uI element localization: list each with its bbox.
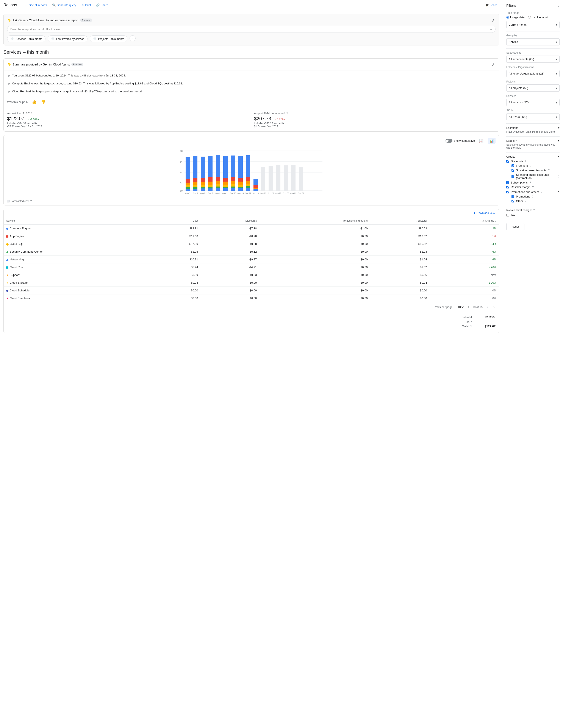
reset-button[interactable]: Reset [506,223,524,230]
promotions-sub-checkbox[interactable]: Promotions ? [512,195,560,198]
labels-row[interactable]: Labels ? ▾ [506,139,560,142]
cumulative-toggle[interactable]: Show cumulative [446,139,475,143]
forecasted-help-icon[interactable]: ? [30,199,32,203]
group-by-select[interactable]: Service [506,38,560,45]
forecast-stats: August 2024 (forecasted) ? $207.73 ↑ 0.7… [249,112,496,128]
bar-chart-button[interactable]: 📊 [488,138,496,144]
current-month-select[interactable]: Current month [506,21,560,28]
x-label-1: Aug 1 [185,192,190,194]
prev-page-button[interactable]: ‹ [486,304,489,310]
y-label-6: $6 [180,161,183,163]
print-button[interactable]: 🖨 Print [79,2,93,8]
credits-label: Credits [506,155,515,158]
next-page-button[interactable]: › [493,304,496,310]
table-row: Networking $10.91 -$9.27 $0.00 $1.64 ↓6% [4,256,499,263]
services-select[interactable]: All services (47) [506,99,560,106]
chips-next-button[interactable]: › [129,35,135,41]
locations-row[interactable]: Locations ▾ [506,126,560,129]
skus-wrapper: All SKUs (408) ▾ [506,113,560,120]
subscriptions-help-icon[interactable]: ? [529,181,531,184]
summary-preview-badge: Preview [71,63,83,66]
chip-services-month[interactable]: ☁️ Services – this month [7,35,45,42]
subscriptions-checkbox[interactable]: Subscriptions ? [506,181,560,184]
toggle-switch[interactable] [446,139,452,143]
locations-expand-icon: ▾ [558,126,560,129]
cell-discounts-8: $0.00 [200,287,259,294]
cloud-icon: ☁️ [10,37,14,41]
section-title: Services – this month [3,49,499,55]
credits-header[interactable]: Credits ∧ [506,155,560,158]
cell-subtotal-9: $0.00 [370,294,430,302]
free-tiers-help-icon[interactable]: ? [530,164,531,167]
invoice-month-radio[interactable]: Invoice month [528,16,549,19]
reseller-help-icon[interactable]: ? [532,185,534,189]
bar-forecast-1 [261,167,265,191]
spending-checkbox[interactable]: Spending based discounts (contractual) ? [512,173,560,180]
time-range-label: Time range [506,11,560,14]
cell-change-6: New [430,271,499,279]
thumbs-up-button[interactable]: 👍 [31,99,37,105]
cell-discounts-9: $0.00 [200,294,259,302]
projects-select[interactable]: All projects (55) [506,84,560,92]
col-subtotal[interactable]: ↓ Subtotal [370,217,430,225]
sustained-checkbox[interactable]: Sustained use discounts ? [512,169,560,172]
discounts-checkbox[interactable]: Discounts ? [506,160,560,163]
promotions-sub-help-icon[interactable]: ? [532,195,533,198]
forecast-change: ↑ 0.75% [274,118,285,121]
gemini-collapse-button[interactable]: ∧ [491,17,496,23]
generate-query-button[interactable]: 🔍 Generate query [50,2,78,8]
thumbs-down-button[interactable]: 👎 [40,99,47,105]
x-label-12: Aug 23 [268,192,274,194]
cell-promotions-0: -$1.00 [259,225,370,232]
other-checkbox[interactable]: Other ? [512,199,560,203]
total-label: Total ? [462,325,472,328]
spending-help-icon[interactable]: ? [558,175,560,178]
skus-select[interactable]: All SKUs (408) [506,113,560,120]
folders-label: Folders & Organizations [506,66,560,69]
chip-last-invoice[interactable]: ☁️ Last invoice by service [48,35,87,42]
tax-help-icon[interactable]: ? [470,320,472,323]
share-button[interactable]: 🔗 Share [94,2,110,8]
forecast-help-icon[interactable]: ? [286,112,288,115]
x-label-2: Aug 3 [193,192,198,194]
filter-group-by: Group by Service ▾ [506,34,560,45]
reseller-checkbox[interactable]: Reseller margin ? [506,185,560,189]
cell-service-8: Cloud Scheduler [4,287,152,294]
usage-date-radio[interactable]: Usage date [506,16,525,19]
sustained-help-icon[interactable]: ? [548,169,550,172]
free-tiers-checkbox[interactable]: Free tiers ? [512,164,560,167]
cell-cost-6: $0.59 [152,271,201,279]
cell-discounts-2: -$0.88 [200,240,259,248]
y-label-0: $0 [180,190,183,192]
bar-green-3 [201,187,205,188]
other-help-icon[interactable]: ? [525,199,526,203]
change-help-icon[interactable]: ? [495,219,496,222]
rows-per-page-select[interactable]: 10 25 50 [457,305,464,309]
promotions-header[interactable]: Promotions and others ? ∧ [506,190,560,194]
tax-checkbox[interactable]: Tax [506,213,560,217]
filters-collapse-button[interactable]: › [558,3,560,8]
current-month-wrapper: Current month ▾ [506,21,560,28]
promotions-main-checkbox[interactable]: Promotions and others ? [506,190,542,194]
learn-button[interactable]: 🎓 Learn [483,2,499,8]
discounts-help-icon[interactable]: ? [525,160,526,163]
folders-select[interactable]: All folders/organizations (28) [506,70,560,77]
subaccounts-select[interactable]: All subaccounts (27) [506,56,560,63]
invoice-charges-help-icon[interactable]: ? [533,208,535,212]
cell-cost-3: $3.05 [152,248,201,256]
summary-collapse-button[interactable]: ∧ [491,61,496,68]
labels-help-icon[interactable]: ? [515,139,517,142]
promotions-main-help-icon[interactable]: ? [541,190,542,194]
cell-promotions-5: $0.00 [259,263,370,271]
chip-projects-month[interactable]: ☁️ Projects – this month [90,35,127,42]
stats-row: August 1 – 19, 2024 $122.07 ↓ -4.09% inc… [4,108,499,131]
gemini-search-input[interactable] [10,28,490,31]
see-all-reports-button[interactable]: ☰ See all reports [23,2,49,8]
cell-promotions-9: $0.00 [259,294,370,302]
filter-credits: Credits ∧ Discounts ? Free tiers ? Susta… [506,155,560,203]
download-csv-button[interactable]: ⬇ Download CSV [473,211,496,215]
col-cost: Cost [152,217,201,225]
total-help-icon[interactable]: ? [470,325,472,328]
bar-gold-9 [246,184,250,186]
line-chart-button[interactable]: 📈 [477,138,485,144]
